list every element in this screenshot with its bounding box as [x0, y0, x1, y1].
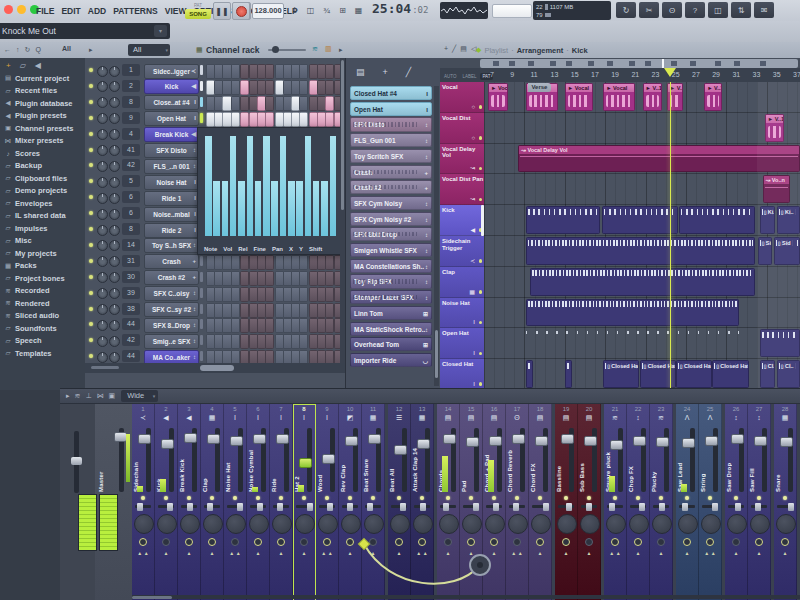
- strip-fader-handle[interactable]: [322, 454, 335, 464]
- channel-volume-knob[interactable]: [109, 177, 120, 188]
- timeline-bar-35[interactable]: 35: [773, 71, 781, 78]
- track-header[interactable]: Sidechain Trigger≺: [440, 236, 484, 267]
- strip-fader-track[interactable]: [788, 428, 793, 492]
- strip-stereo-slider[interactable]: [653, 505, 669, 508]
- menu-item-add[interactable]: ADD: [85, 6, 109, 16]
- strip-fader-handle[interactable]: [633, 436, 646, 446]
- close-window-icon[interactable]: [4, 5, 13, 14]
- channel-led[interactable]: [89, 307, 93, 311]
- step-cell[interactable]: [231, 64, 240, 79]
- graph-tab-y[interactable]: Y: [299, 246, 303, 252]
- strip-pan-knob[interactable]: [318, 514, 338, 534]
- strip-fader-track[interactable]: [641, 428, 646, 492]
- instrument-item[interactable]: Toy Rip SFX↕: [350, 274, 432, 288]
- browser-item[interactable]: ▱Impulses: [0, 222, 85, 235]
- strip-stereo-handle[interactable]: [566, 503, 572, 511]
- channel-pan-knob[interactable]: [97, 193, 108, 204]
- strip-route-icon[interactable]: ▲: [247, 550, 269, 556]
- browser-item[interactable]: ▦Packs: [0, 260, 85, 273]
- channel-number[interactable]: 6: [122, 207, 140, 219]
- track-header[interactable]: Closed HatI: [440, 359, 484, 390]
- instrument-item[interactable]: Closed Hat #4I: [350, 86, 432, 100]
- strip-route-icon[interactable]: ▲ ▲: [224, 550, 246, 556]
- strip-stereo-slider[interactable]: [581, 505, 597, 508]
- channel-button[interactable]: SFX Disto↕: [144, 143, 199, 158]
- mixer-strip-chord-fx[interactable]: 18▤Chord FX▲: [529, 404, 552, 600]
- channel-volume-knob[interactable]: [109, 352, 120, 363]
- strip-route-icon[interactable]: ▲ ▲: [604, 550, 626, 556]
- mixer-strip-saw-lead[interactable]: 24ΛSaw Lead▲: [676, 404, 699, 600]
- channel-led[interactable]: [89, 243, 93, 247]
- track-header[interactable]: Open HatI: [440, 328, 484, 359]
- browser-item[interactable]: ▱Envelopes: [0, 197, 85, 210]
- step-cell[interactable]: [265, 318, 274, 333]
- instrument-item[interactable]: MA StaticShock Retro..↕: [350, 322, 432, 336]
- strip-led[interactable]: [587, 496, 591, 500]
- piano-icon[interactable]: ▤: [460, 45, 467, 53]
- strip-pan-knob[interactable]: [390, 514, 410, 534]
- strip-stereo-slider[interactable]: [227, 505, 243, 508]
- channel-indicator[interactable]: [200, 304, 203, 314]
- timeline-bar-23[interactable]: 23: [652, 71, 660, 78]
- strip-led[interactable]: [446, 496, 450, 500]
- menu-item-file[interactable]: FILE: [33, 6, 57, 16]
- strip-fx-knob[interactable]: [467, 538, 475, 546]
- wait-icon[interactable]: ◫: [303, 3, 318, 18]
- blend-icon[interactable]: ¾: [319, 3, 334, 18]
- channel-pan-knob[interactable]: [97, 240, 108, 251]
- graph-tab-rel[interactable]: Rel: [238, 246, 247, 252]
- detach-icon[interactable]: +: [444, 45, 448, 53]
- strip-pan-knob[interactable]: [750, 514, 770, 534]
- mixer-strip-pad[interactable]: 15▤Pad▲: [460, 404, 483, 600]
- step-cell[interactable]: [265, 334, 274, 349]
- clip-v-1[interactable]: ► V..1: [704, 83, 722, 111]
- browser-item[interactable]: ▱Clipboard files: [0, 172, 85, 185]
- channel-pan-knob[interactable]: [97, 97, 108, 108]
- strip-stereo-handle[interactable]: [307, 503, 313, 511]
- channel-pan-knob[interactable]: [97, 129, 108, 140]
- step-cell[interactable]: [299, 112, 308, 127]
- step-cell[interactable]: [231, 96, 240, 111]
- mixer-strip-saw-drop[interactable]: 26↕Saw Drop▲: [725, 404, 748, 600]
- strip-pan-knob[interactable]: [249, 514, 269, 534]
- channel-volume-knob[interactable]: [109, 193, 120, 204]
- channel-led[interactable]: [89, 84, 93, 88]
- strip-led[interactable]: [636, 496, 640, 500]
- channel-led[interactable]: [89, 338, 93, 342]
- strip-pan-knob[interactable]: [485, 514, 505, 534]
- mixer-strip-sub-bass[interactable]: 20▤Sub Bass▲: [578, 404, 601, 600]
- strip-fx-knob[interactable]: [490, 538, 498, 546]
- graph-bar[interactable]: [238, 181, 245, 236]
- step-cell[interactable]: [231, 255, 240, 270]
- strip-fader-handle[interactable]: [345, 436, 358, 446]
- strip-pan-knob[interactable]: [272, 514, 292, 534]
- strip-pan-knob[interactable]: [134, 514, 154, 534]
- strip-led[interactable]: [515, 496, 519, 500]
- instrument-item[interactable]: Linn Tom⊞: [350, 306, 432, 320]
- strip-stereo-handle[interactable]: [493, 503, 499, 511]
- mixer-strip-snare[interactable]: 28▦Snare▲: [774, 404, 797, 600]
- strip-stereo-slider[interactable]: [273, 505, 289, 508]
- strip-fx-knob[interactable]: [323, 538, 331, 546]
- strip-stereo-handle[interactable]: [755, 503, 761, 511]
- channel-volume-knob[interactable]: [109, 288, 120, 299]
- strip-route-icon[interactable]: ▲: [178, 550, 200, 556]
- record-button[interactable]: [232, 2, 250, 20]
- clip-vocal[interactable]: ► Vocal: [565, 83, 593, 111]
- strip-led[interactable]: [613, 496, 617, 500]
- graph-tab-note[interactable]: Note: [204, 246, 217, 252]
- timeline-bar-13[interactable]: 13: [551, 71, 559, 78]
- track-led[interactable]: [479, 382, 483, 386]
- strip-fader-track[interactable]: [192, 428, 197, 492]
- mixer-scrollbar[interactable]: [132, 595, 800, 599]
- timeline-tab-label[interactable]: LABEL: [460, 73, 478, 80]
- strip-fx-knob[interactable]: [562, 538, 570, 546]
- strip-route-icon[interactable]: ▲: [676, 550, 698, 556]
- graph-bar[interactable]: [205, 136, 212, 236]
- strip-stereo-handle[interactable]: [167, 503, 173, 511]
- step-cell[interactable]: [299, 96, 308, 111]
- step-cell[interactable]: [231, 271, 240, 286]
- channel-indicator[interactable]: [200, 97, 203, 107]
- mixer-strip-plucky[interactable]: 23≋Plucky▲: [650, 404, 673, 600]
- strip-pan-knob[interactable]: [226, 514, 246, 534]
